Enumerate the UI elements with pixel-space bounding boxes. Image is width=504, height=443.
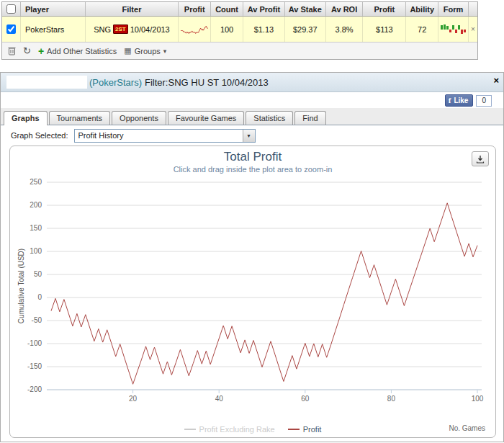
profit-value: $113: [363, 17, 406, 42]
window-title-filter: Filter:SNG HU ST 10/04/2013: [145, 77, 269, 88]
svg-text:100: 100: [30, 247, 42, 255]
legend-swatch-gray: [184, 429, 196, 430]
add-statistics-button[interactable]: + Add Other Statistics: [38, 47, 117, 55]
add-statistics-label: Add Other Statistics: [47, 47, 117, 55]
chevron-down-icon: ▾: [163, 48, 167, 55]
column-header-player[interactable]: Player: [21, 2, 86, 16]
legend-swatch-red: [288, 429, 300, 430]
legend-label-profit-excluding-rake: Profit Excluding Rake: [199, 425, 275, 434]
row-checkbox[interactable]: [6, 24, 16, 34]
tab-tournaments[interactable]: Tournaments: [49, 111, 111, 125]
player-name: PokerStars: [21, 17, 86, 42]
remove-row-button[interactable]: ×: [471, 25, 475, 33]
av-roi-value: 3.8%: [326, 17, 364, 42]
svg-text:200: 200: [30, 201, 42, 209]
delete-button[interactable]: [8, 46, 16, 55]
refresh-button[interactable]: ↻: [23, 45, 31, 56]
download-chart-button[interactable]: [472, 151, 489, 166]
select-all-checkbox[interactable]: [6, 4, 16, 14]
svg-text:40: 40: [215, 395, 224, 403]
av-stake-value: $29.37: [285, 17, 326, 42]
tab-statistics[interactable]: Statistics: [246, 111, 293, 125]
svg-text:Cumulative Total (USD): Cumulative Total (USD): [17, 249, 25, 323]
tabstrip: Graphs Tournaments Opponents Favourite G…: [1, 108, 503, 125]
svg-text:-200: -200: [27, 385, 42, 393]
svg-text:-150: -150: [27, 362, 42, 370]
profit-sparkline-icon: [180, 24, 209, 35]
window-titlebar: (PokerStars) Filter:SNG HU ST 10/04/2013…: [1, 73, 503, 92]
tab-graphs[interactable]: Graphs: [4, 111, 48, 125]
column-header-form[interactable]: Form: [438, 2, 469, 16]
groups-button[interactable]: ▦ Groups ▾: [124, 46, 166, 55]
legend-item-profit[interactable]: Profit: [288, 425, 322, 434]
stats-table: Player Filter Profit Count Av Profit Av …: [1, 1, 478, 60]
groups-grid-icon: ▦: [124, 46, 131, 55]
filter-prefix: SNG: [94, 25, 111, 34]
tab-opponents[interactable]: Opponents: [112, 111, 166, 125]
row-checkbox-cell: [2, 17, 21, 42]
download-icon: [476, 155, 485, 164]
window-title-site: (PokerStars): [89, 77, 142, 88]
trash-icon: [8, 46, 16, 55]
profit-chart-plot[interactable]: -200-150-100-500501001502002502040608010…: [15, 175, 490, 413]
x-axis-label: No. Games: [449, 424, 485, 432]
tab-favourite-games[interactable]: Favourite Games: [168, 111, 244, 125]
column-header-av-stake[interactable]: Av Stake: [285, 2, 326, 16]
chart-title: Total Profit: [10, 150, 495, 164]
column-header-ability[interactable]: Ability: [406, 2, 438, 16]
svg-text:250: 250: [30, 178, 42, 186]
dropdown-arrow-icon: ▾: [243, 130, 255, 142]
count-value: 100: [211, 17, 243, 42]
facebook-icon: f: [449, 96, 451, 104]
svg-text:60: 60: [301, 395, 310, 403]
like-label: Like: [454, 97, 468, 104]
filter-date: 10/04/2013: [130, 25, 170, 34]
chart-panel: Total Profit Click and drag inside the p…: [9, 146, 496, 438]
svg-text:0: 0: [37, 293, 42, 301]
column-header-count[interactable]: Count: [211, 2, 243, 16]
profit-sparkline-cell: [179, 17, 211, 42]
av-profit-value: $1.13: [243, 17, 285, 42]
tab-find[interactable]: Find: [294, 111, 325, 125]
plus-icon: +: [38, 48, 44, 55]
svg-text:50: 50: [34, 270, 42, 278]
graph-type-select[interactable]: Profit History ▾: [74, 129, 256, 143]
svg-text:80: 80: [387, 395, 396, 403]
facebook-widget: f Like 0: [445, 94, 492, 107]
column-header-filter[interactable]: Filter: [86, 2, 179, 16]
column-header-close: [469, 2, 477, 16]
filter-cell: SNG 2ST 10/04/2013: [86, 17, 179, 42]
legend-label-profit: Profit: [303, 425, 322, 434]
table-header-row: Player Filter Profit Count Av Profit Av …: [2, 2, 477, 17]
svg-text:-100: -100: [27, 339, 42, 347]
table-row[interactable]: PokerStars SNG 2ST 10/04/2013 100 $1.13 …: [2, 17, 477, 42]
table-toolbar: ↻ + Add Other Statistics ▦ Groups ▾: [2, 42, 477, 59]
svg-text:-50: -50: [32, 316, 42, 324]
form-cell: [438, 17, 469, 42]
column-header-profit[interactable]: Profit: [363, 2, 406, 16]
chart-subtitle: Click and drag inside the plot area to z…: [10, 165, 495, 174]
graph-type-value: Profit History: [78, 131, 124, 140]
results-window: (PokerStars) Filter:SNG HU ST 10/04/2013…: [0, 72, 504, 442]
facebook-like-button[interactable]: f Like: [445, 94, 474, 107]
graph-selector-row: Graph Selected: Profit History ▾: [1, 125, 503, 146]
legend-item-profit-excluding-rake[interactable]: Profit Excluding Rake: [184, 425, 275, 434]
refresh-icon: ↻: [23, 45, 31, 56]
remove-row-cell: ×: [469, 17, 477, 42]
column-header-profit-graph[interactable]: Profit: [179, 2, 211, 16]
svg-text:20: 20: [129, 395, 138, 403]
svg-text:150: 150: [30, 224, 42, 232]
close-icon[interactable]: ×: [493, 75, 499, 86]
chart-legend: Profit Excluding Rake Profit: [10, 425, 495, 434]
like-row: f Like 0: [1, 92, 503, 108]
column-header-av-profit[interactable]: Av Profit: [243, 2, 285, 16]
groups-label: Groups: [135, 47, 161, 55]
like-count: 0: [476, 95, 492, 107]
filter-heads-up-badge: 2ST: [113, 24, 128, 34]
column-header-av-roi[interactable]: Av ROI: [326, 2, 364, 16]
select-all-cell: [2, 2, 21, 16]
svg-text:100: 100: [472, 395, 484, 403]
graph-selected-label: Graph Selected:: [11, 131, 68, 140]
player-name-redacted: [6, 76, 87, 89]
form-bars-icon: [440, 24, 467, 35]
